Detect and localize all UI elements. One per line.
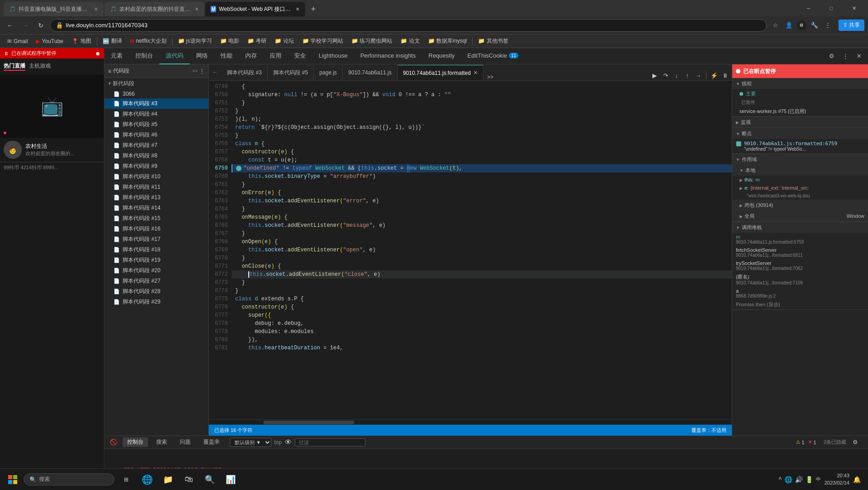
bookmark-star-icon[interactable]: ☆: [769, 20, 781, 31]
devtools-close-icon[interactable]: ✕: [853, 51, 864, 62]
code-tab-1[interactable]: 脚本代码段 #3: [222, 65, 268, 80]
code-content[interactable]: { signature: null != (a = p["X-Bogus"]) …: [232, 81, 732, 419]
step-into-button[interactable]: ↓: [671, 70, 681, 80]
file-item-14[interactable]: 📄 脚本代码段 #14: [104, 203, 208, 213]
dt-tab-requestly[interactable]: Requestly: [422, 48, 461, 64]
tab-2[interactable]: 🎵 农村卤蛋的朋友圈的抖音直播间 ✕: [104, 2, 204, 16]
step-out-button[interactable]: ↑: [682, 70, 692, 80]
console-eye-icon[interactable]: 👁: [285, 438, 292, 446]
console-tab-issues[interactable]: 问题: [175, 437, 195, 447]
call-stack-fetchsocket[interactable]: fetchSocketServer 9010.74ab6a11j...forma…: [732, 246, 868, 259]
taskbar-app-taskview[interactable]: ⊞: [116, 470, 136, 490]
console-tab-search[interactable]: 搜索: [152, 437, 172, 447]
bookmark-study[interactable]: 📁 考研: [244, 36, 270, 46]
dt-tab-sources[interactable]: 源代码: [159, 48, 190, 64]
file-list-more[interactable]: ⋮: [199, 68, 205, 74]
call-stack-anon[interactable]: (匿名) 9010.74ab6a11j...formatted:7109: [732, 272, 868, 287]
file-item-28[interactable]: 📄 脚本代码段 #28: [104, 286, 208, 297]
tray-volume-icon[interactable]: 🔊: [795, 476, 803, 483]
console-filter-input[interactable]: [295, 438, 365, 446]
file-item-5[interactable]: 📄 脚本代码段 #5: [104, 119, 208, 130]
step-button[interactable]: →: [693, 70, 703, 80]
bookmark-paper[interactable]: 📁 论文: [397, 36, 423, 46]
call-stack-m[interactable]: m 9010.74ab6a11.js:formatted:6759: [732, 233, 868, 246]
dt-tab-security[interactable]: 安全: [288, 48, 312, 64]
profile-icon[interactable]: 👤: [783, 20, 795, 31]
file-item-13[interactable]: 📄 脚本代码段 #13: [104, 192, 208, 203]
dt-tab-network[interactable]: 网络: [190, 48, 214, 64]
bookmark-translate[interactable]: 🔤 翻译: [99, 36, 126, 46]
file-item-17[interactable]: 📄 脚本代码段 #17: [104, 234, 208, 245]
taskbar-app-files[interactable]: 📁: [158, 470, 178, 490]
bookmark-others[interactable]: 📁 其他书签: [474, 36, 512, 46]
maximize-button[interactable]: □: [821, 1, 842, 15]
bookmark-map[interactable]: 📍 地图: [68, 36, 95, 46]
bookmark-youtube[interactable]: ▶ YouTube: [32, 37, 67, 45]
reload-button[interactable]: ↻: [35, 19, 47, 32]
file-item-7[interactable]: 📄 脚本代码段 #7: [104, 140, 208, 151]
dt-tab-lighthouse[interactable]: Lighthouse: [312, 48, 354, 64]
console-tab-coverage[interactable]: 覆盖率: [199, 437, 224, 447]
file-item-9[interactable]: 📄 脚本代码段 #9: [104, 161, 208, 172]
taskbar-clock[interactable]: 20:43 2023/02/14: [824, 472, 849, 486]
code-tab-5[interactable]: 9010.74ab6a11.js:formatted ✕: [398, 65, 483, 80]
bookmark-js[interactable]: 📁 js逆向学习: [174, 36, 216, 46]
tab-1[interactable]: 🎵 抖音直播电脑版_抖音直播网页版_抖音直播... ✕: [4, 2, 104, 16]
code-tab-nav-left[interactable]: ←: [209, 64, 222, 80]
file-item-20[interactable]: 📄 脚本代码段 #20: [104, 265, 208, 276]
tab2-close[interactable]: ✕: [195, 6, 199, 12]
dt-tab-perfinsights[interactable]: Performance insights: [354, 48, 422, 64]
devtools-settings-icon[interactable]: ⚙: [826, 51, 837, 62]
dt-tab-elements[interactable]: 元素: [104, 48, 129, 64]
dt-tab-app[interactable]: 应用: [263, 48, 288, 64]
service-worker-item[interactable]: service-worker.js #75 (已启用): [732, 107, 868, 116]
file-item-4[interactable]: 📄 脚本代码段 #4: [104, 109, 208, 119]
url-bar[interactable]: 🔒 live.douyin.com/117016470343: [50, 19, 767, 32]
file-item-3[interactable]: 📄 脚本代码段 #3: [104, 98, 208, 109]
file-item-11[interactable]: 📄 脚本代码段 #11: [104, 182, 208, 192]
file-item-6[interactable]: 📄 脚本代码段 #6: [104, 130, 208, 140]
file-item-10[interactable]: 📄 脚本代码段 #10: [104, 172, 208, 182]
bookmark-crawler[interactable]: 📁 练习爬虫网站: [348, 36, 396, 46]
scrollbar-thumb[interactable]: [263, 421, 354, 424]
step-over-button[interactable]: ↷: [661, 70, 671, 80]
tray-network-icon[interactable]: 🌐: [784, 476, 792, 483]
bookmark-gmail[interactable]: ✉ Gmail: [4, 37, 31, 45]
tray-ime-icon[interactable]: 中: [816, 476, 821, 483]
cat-game[interactable]: 主机游戏: [29, 62, 51, 71]
bookmark-forum[interactable]: 📁 论坛: [271, 36, 297, 46]
thread-header[interactable]: 线程: [732, 78, 868, 89]
pause-on-exceptions-button[interactable]: ⏸: [720, 70, 730, 80]
start-button[interactable]: [4, 470, 22, 489]
notification-icon[interactable]: 🔔: [853, 476, 861, 483]
console-clear-btn[interactable]: 🚫: [108, 437, 119, 448]
back-button[interactable]: ←: [4, 19, 16, 32]
console-tab-console[interactable]: 控制台: [123, 437, 148, 447]
file-item-15[interactable]: 📄 脚本代码段 #15: [104, 213, 208, 224]
bp-checkbox[interactable]: [736, 141, 741, 147]
file-item-16[interactable]: 📄 脚本代码段 #16: [104, 224, 208, 234]
scope-header[interactable]: 作用域: [732, 154, 868, 165]
tab3-close[interactable]: ✕: [296, 6, 300, 12]
call-stack-trysocket[interactable]: trySocketServer 9010.74ab6a11j...formatt…: [732, 259, 868, 272]
stream-item[interactable]: 🧑 农村生活 农村卤蛋的朋友圈的...: [0, 138, 104, 162]
taskbar-app-ppt[interactable]: 📊: [221, 470, 241, 490]
taskbar-app-search[interactable]: 🔍: [200, 470, 220, 490]
cat-hot[interactable]: 热门直播: [4, 62, 25, 71]
taskbar-app-edge[interactable]: 🌐: [137, 470, 157, 490]
file-item-8[interactable]: 📄 脚本代码段 #8: [104, 151, 208, 161]
close-button[interactable]: ✕: [843, 1, 864, 15]
bookmark-netflix[interactable]: N netflix大企划: [127, 36, 170, 46]
bookmark-movie[interactable]: 📁 电影: [217, 36, 243, 46]
breakpoint-header[interactable]: 断点: [732, 128, 868, 139]
file-item-3066[interactable]: 📄 3066: [104, 89, 208, 98]
main-thread-item[interactable]: 主要: [732, 89, 868, 98]
dt-tab-perf[interactable]: 性能: [214, 48, 239, 64]
horizontal-scrollbar[interactable]: [209, 419, 732, 425]
monitor-header[interactable]: 监视: [732, 117, 868, 127]
devtools-more-icon[interactable]: ⋮: [840, 51, 851, 62]
deactivate-breakpoints-button[interactable]: ⚡: [709, 70, 719, 80]
file-item-27[interactable]: 📄 脚本代码段 #27: [104, 276, 208, 286]
settings-icon[interactable]: ⋮: [822, 20, 834, 31]
minimize-button[interactable]: ─: [798, 1, 819, 15]
